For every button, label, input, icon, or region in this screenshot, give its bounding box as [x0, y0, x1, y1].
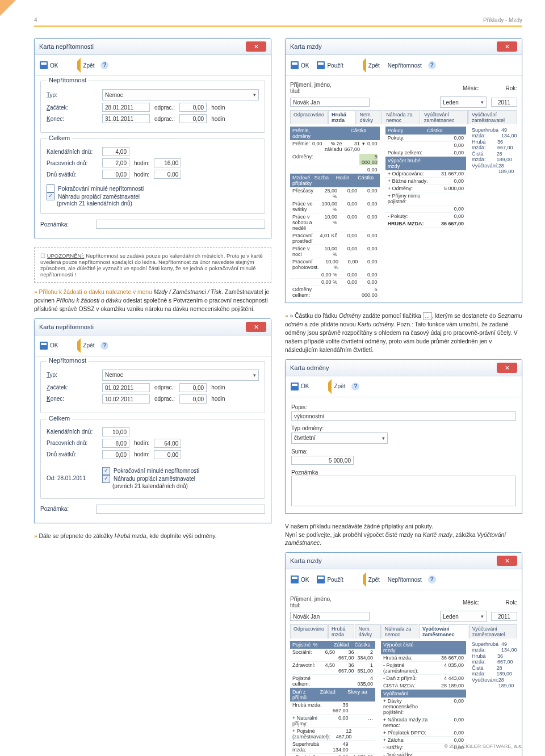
popis-input[interactable]: výkonnostní	[291, 411, 516, 421]
rok-input[interactable]: 2011	[491, 98, 517, 107]
pouzit-button[interactable]: Použít	[315, 61, 345, 70]
absence-card-window-2: Karta nepřítomnosti✕ OK Zpět ? Nepřítomn…	[34, 318, 271, 523]
table-row: + Příjmy mimo pojistné:	[385, 192, 466, 205]
chk-nahrada[interactable]: Náhradu proplácí zaměstnavatel	[102, 475, 259, 483]
close-icon[interactable]: ✕	[246, 41, 266, 52]
typ-odmeny-select[interactable]: čtvrtletní▾	[291, 432, 388, 444]
pouzit-button[interactable]: Použít	[315, 575, 345, 584]
kaldnu-input[interactable]: 4,00	[102, 147, 129, 156]
konec-input[interactable]: 31.01.2011	[102, 114, 150, 123]
prach-input[interactable]: 16,00	[154, 158, 181, 167]
table-row: - Pojistné (zaměstnanec):4 035,00	[381, 662, 466, 675]
tab-vy-tov-n-zam-stnavatel[interactable]: Vyúčtování zaměstnavatel	[468, 110, 517, 124]
table-row: + Pojistné (zaměstnavatel):12 467,00	[290, 728, 375, 741]
group-title: Nepřítomnost	[47, 77, 89, 83]
ok-button[interactable]: OK	[289, 575, 311, 584]
tab-odpracov-no[interactable]: Odpracováno	[290, 624, 328, 639]
priplatek-header: Mzdové příplatkySazbaHodinČástka	[290, 174, 380, 187]
tab-vy-tov-n-zam-stnavatel[interactable]: Vyúčtování zaměstnavatel	[469, 624, 517, 639]
bonus-card-window: Karta odměny✕ OK Zpět ? Popis: výkonnost…	[285, 359, 522, 514]
tab-strip: OdpracovánoHrubá mzdaNem. dávkyNáhrada z…	[290, 110, 517, 124]
save-icon	[40, 61, 48, 69]
page: 4 Příklady - Mzdy Karta nepřítomnosti ✕ …	[0, 0, 545, 756]
close-icon[interactable]: ✕	[497, 556, 517, 566]
table-row: + Odměny:5 000,00	[385, 185, 466, 192]
zacatek-hodin-input[interactable]: 0,00	[179, 103, 207, 112]
checkbox-checked-icon	[102, 467, 110, 475]
close-icon[interactable]: ✕	[497, 363, 517, 373]
svatku-input[interactable]: 0,00	[102, 170, 129, 179]
table-row: Práce ve svátky100,00 %0,000,00	[290, 200, 380, 213]
tab-n-hrada-za-nemoc[interactable]: Náhrada za nemoc	[382, 624, 418, 639]
tab-odpracov-no[interactable]: Odpracováno	[290, 110, 328, 124]
mesic-select[interactable]: Leden▾	[440, 96, 487, 108]
ok-button[interactable]: OK	[38, 61, 60, 70]
help-icon[interactable]: ?	[428, 61, 436, 69]
konec-input[interactable]: 10.02.2011	[102, 394, 150, 404]
help-icon[interactable]: ?	[428, 576, 436, 583]
chk-pokracovani[interactable]: Pokračování minulé nepřítomnosti	[47, 184, 259, 192]
table-row: Přesčasy25,00 %0,000,00	[290, 187, 380, 200]
warning-note: ☐ UPOZORNĚNÍ: Nepřítomnost se zadává pou…	[34, 247, 271, 283]
nepritomnost-button[interactable]: Nepřítomnost	[386, 62, 424, 69]
tab-vy-tov-n-zam-stnanec[interactable]: Vyúčtování zaměstnanec	[419, 624, 468, 639]
back-button[interactable]: Zpět	[315, 379, 347, 394]
table-row: Práce v noci10,00 %0,000,00	[290, 245, 380, 258]
checkbox-icon	[47, 184, 54, 192]
name-input[interactable]: Novák Jan	[290, 98, 370, 107]
typ-select[interactable]: Nemoc▾	[102, 89, 259, 100]
table-row: ČISTÁ MZDA:28 189,00	[381, 682, 466, 690]
table-row: Pracovní prostředí4,01 Kč0,000,00	[290, 232, 380, 245]
table-row: - Pokuty:0,00	[385, 213, 466, 220]
chk-nahrada[interactable]: Náhradu proplácí zaměstnavatel	[47, 192, 259, 200]
help-icon[interactable]: ?	[351, 383, 359, 390]
tab-vy-tov-n-zam-stnanec[interactable]: Vyúčtování zaměstnanec	[421, 110, 468, 124]
nepritomnost-button[interactable]: Nepřítomnost	[386, 576, 424, 583]
zacatek-input[interactable]: 01.02.2011	[102, 383, 150, 392]
table-row: + Odpracováno:31 667,00	[385, 170, 466, 178]
titlebar: Karta nepřítomnosti ✕	[35, 39, 271, 55]
page-footer: © 2011 CÍGLER SOFTWARE, a.s.	[444, 744, 522, 749]
back-button[interactable]: Zpět	[64, 57, 96, 73]
back-button[interactable]: Zpět	[350, 57, 382, 73]
zacatek-input[interactable]: 28.01.2011	[102, 103, 150, 112]
left-column: Karta nepřítomnosti ✕ OK Zpět ? Nepřítom…	[34, 38, 271, 756]
typ-select[interactable]: Nemoc▾	[102, 369, 259, 381]
warning-lead: UPOZORNĚNÍ:	[47, 253, 85, 259]
back-icon	[66, 58, 81, 73]
tab-n-hrada-za-nemoc[interactable]: Náhrada za nemoc	[383, 110, 420, 124]
svatku-label: Dnů svátků:	[47, 171, 98, 178]
wage-card-window-1: Karta mzdy✕ OK Použít Zpět Nepřítomnost …	[285, 38, 522, 303]
page-header: 4 Příklady - Mzdy	[34, 17, 522, 27]
chk-pokracovani[interactable]: Pokračování minulé nepřítomnosti	[102, 467, 259, 475]
body-para-1: » Přílohu k žádosti o dávku naleznete v …	[34, 288, 271, 314]
konec-hodin-input[interactable]: 0,00	[179, 114, 207, 123]
poznamka-input[interactable]	[96, 220, 265, 229]
table-row: Zdravotní:4,5036 667,001 651,00	[290, 662, 375, 675]
help-icon[interactable]: ?	[100, 342, 108, 350]
chevron-down-icon: ▾	[253, 92, 256, 98]
poznamka-textarea[interactable]	[291, 476, 516, 506]
tab-hrub-mzda[interactable]: Hrubá mzda	[328, 624, 354, 639]
svh-input[interactable]: 0,00	[154, 170, 181, 179]
suma-input[interactable]: 5 000,00	[291, 456, 354, 465]
pracdnu-input[interactable]: 2,00	[102, 158, 129, 167]
back-button[interactable]: Zpět	[64, 338, 96, 354]
close-icon[interactable]: ✕	[246, 322, 266, 332]
ok-button[interactable]: OK	[289, 382, 311, 391]
ok-button[interactable]: OK	[289, 61, 311, 70]
back-button[interactable]: Zpět	[350, 572, 382, 587]
tab-hrub-mzda[interactable]: Hrubá mzda	[328, 110, 355, 124]
page-header-right: Příklady - Mzdy	[483, 17, 522, 23]
table-row: + Náhrada mzdy za nemoc:0,00	[381, 716, 466, 729]
tab-nem-d-vky[interactable]: Nem. dávky	[357, 110, 383, 124]
close-icon[interactable]: ✕	[497, 41, 517, 52]
table-row: Sociální:6,5036 667,002 384,00	[290, 649, 375, 662]
help-icon[interactable]: ?	[100, 61, 108, 69]
tab-nem-d-vky[interactable]: Nem. dávky	[355, 624, 380, 639]
ok-button[interactable]: OK	[38, 341, 60, 350]
toolbar: OK Zpět ?	[35, 55, 271, 76]
kaldnu-label: Kalendářních dnů:	[47, 149, 98, 155]
wage-card-window-2: Karta mzdy✕ OK Použít Zpět Nepřítomnost …	[285, 552, 522, 756]
more-icon[interactable]: …	[423, 312, 432, 320]
